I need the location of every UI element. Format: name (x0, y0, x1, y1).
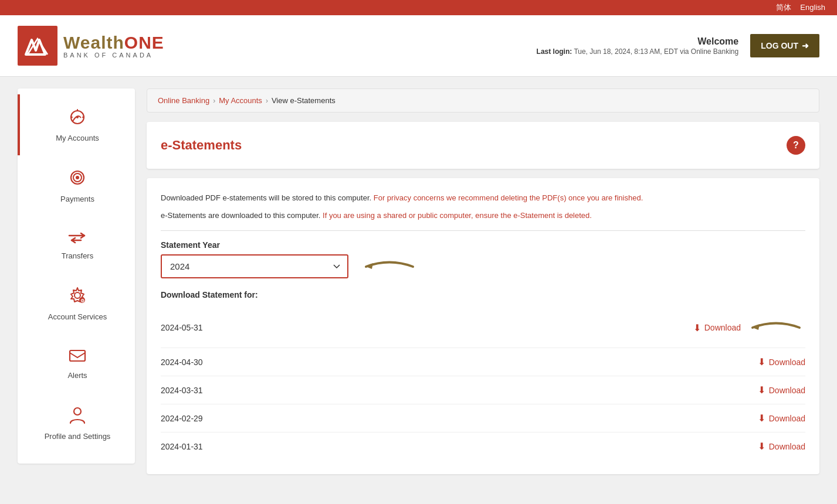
info-text-2-highlight: If you are using a shared or public comp… (323, 211, 592, 220)
last-login: Last login: Tue, Jun 18, 2024, 8:13 AM, … (537, 47, 739, 56)
download-icon-3: ⬇ (758, 413, 765, 424)
year-select-wrapper: 2024 2023 2022 2021 (161, 254, 805, 278)
logo-icon (18, 26, 57, 66)
logo-brand: WealthONE (63, 33, 164, 53)
download-button-0[interactable]: ⬇ Download (693, 322, 741, 333)
page-header: WealthONE BANK OF CANADA Welcome Last lo… (0, 15, 837, 77)
welcome-text: Welcome Last login: Tue, Jun 18, 2024, 8… (537, 36, 739, 56)
download-button-2[interactable]: ⬇ Download (758, 384, 805, 396)
sidebar-item-alerts-label: Alerts (67, 371, 87, 380)
arrow-annotation-year (360, 255, 419, 278)
download-section-label: Download Statement for: (161, 290, 805, 299)
logo-wealth: Wealth (63, 33, 124, 52)
statement-date-0: 2024-05-31 (161, 323, 693, 332)
breadcrumb-sep-1: › (213, 97, 215, 105)
download-button-1[interactable]: ⬇ Download (758, 356, 805, 367)
download-label-1: Download (769, 357, 805, 367)
sidebar-item-account-services-label: Account Services (48, 312, 107, 321)
statements-card: Downloaded PDF e-statements will be stor… (147, 178, 819, 474)
sidebar-item-account-services[interactable]: ⚙ Account Services (18, 273, 135, 334)
transfers-icon (68, 229, 87, 248)
logo-area: WealthONE BANK OF CANADA (18, 26, 164, 66)
arrow-annotation-download (747, 316, 805, 339)
statement-row-1: 2024-04-30 ⬇ Download (161, 348, 805, 376)
profile-settings-icon (69, 406, 86, 428)
svg-point-2 (76, 116, 79, 118)
logo-sub: BANK OF CANADA (63, 52, 164, 59)
info-text-2: e-Statements are downloaded to this comp… (161, 210, 805, 222)
page-title: e-Statements (161, 138, 242, 153)
welcome-label: Welcome (537, 36, 739, 47)
download-button-3[interactable]: ⬇ Download (758, 413, 805, 424)
logo-one: ONE (124, 33, 164, 52)
sidebar-item-payments-label: Payments (60, 195, 94, 203)
content-area: Online Banking › My Accounts › View e-St… (147, 88, 819, 483)
statement-row-0: 2024-05-31 ⬇ Download (161, 308, 805, 348)
alerts-icon (68, 347, 87, 367)
download-button-4[interactable]: ⬇ Download (758, 441, 805, 452)
svg-point-10 (74, 408, 81, 415)
download-icon-2: ⬇ (758, 384, 765, 396)
sidebar-item-payments[interactable]: Payments (18, 155, 135, 216)
download-label-2: Download (769, 386, 805, 395)
breadcrumb-current: View e-Statements (272, 96, 336, 105)
statement-year-label: Statement Year (161, 240, 805, 250)
header-right: Welcome Last login: Tue, Jun 18, 2024, 8… (537, 34, 819, 57)
language-bar: 简体 English (0, 0, 837, 15)
my-accounts-icon (68, 107, 87, 130)
statement-date-3: 2024-02-29 (161, 414, 758, 423)
english-lang-link[interactable]: English (800, 3, 825, 12)
chinese-lang-link[interactable]: 简体 (776, 3, 791, 12)
svg-point-5 (76, 176, 79, 179)
logout-button[interactable]: LOG OUT ➜ (750, 34, 819, 57)
sidebar-item-profile-settings[interactable]: Profile and Settings (18, 393, 135, 454)
breadcrumb: Online Banking › My Accounts › View e-St… (147, 88, 819, 113)
sidebar-item-my-accounts-label: My Accounts (56, 134, 99, 142)
logo-text: WealthONE BANK OF CANADA (63, 33, 164, 59)
download-icon-1: ⬇ (758, 356, 765, 367)
sidebar-item-transfers-label: Transfers (62, 251, 93, 260)
breadcrumb-sep-2: › (266, 97, 268, 105)
svg-point-6 (74, 292, 80, 298)
year-select[interactable]: 2024 2023 2022 2021 (161, 254, 348, 278)
download-label-0: Download (704, 323, 741, 332)
statement-date-1: 2024-04-30 (161, 357, 758, 367)
last-login-value: Tue, Jun 18, 2024, 8:13 AM, EDT via Onli… (574, 47, 738, 56)
logout-label: LOG OUT (761, 41, 798, 50)
sidebar-item-my-accounts[interactable]: My Accounts (18, 94, 135, 155)
download-icon-4: ⬇ (758, 441, 765, 452)
svg-text:⚙: ⚙ (80, 298, 84, 304)
download-arrow-wrapper-0: ⬇ Download (693, 316, 805, 339)
breadcrumb-online-banking[interactable]: Online Banking (158, 96, 209, 105)
statement-row-2: 2024-03-31 ⬇ Download (161, 376, 805, 404)
statement-row-3: 2024-02-29 ⬇ Download (161, 404, 805, 433)
help-button[interactable]: ? (787, 136, 805, 155)
info-text-1: Downloaded PDF e-statements will be stor… (161, 192, 805, 204)
sidebar-item-transfers[interactable]: Transfers (18, 216, 135, 273)
sidebar-item-alerts[interactable]: Alerts (18, 334, 135, 393)
sidebar-item-profile-settings-label: Profile and Settings (45, 432, 111, 441)
logout-icon: ➜ (802, 41, 809, 50)
download-label-4: Download (769, 442, 805, 451)
svg-rect-9 (70, 350, 85, 361)
main-layout: My Accounts Payments Transfe (0, 77, 837, 495)
sidebar: My Accounts Payments Transfe (18, 88, 135, 464)
statement-date-4: 2024-01-31 (161, 442, 758, 451)
payments-icon (68, 168, 87, 191)
title-card: e-Statements ? (147, 122, 819, 169)
download-label-3: Download (769, 414, 805, 423)
info-text-1-highlight: For privacy concerns we recommend deleti… (374, 193, 643, 202)
last-login-label: Last login: (537, 47, 572, 56)
breadcrumb-my-accounts[interactable]: My Accounts (219, 96, 262, 105)
download-icon-0: ⬇ (693, 322, 701, 333)
statement-row-4: 2024-01-31 ⬇ Download (161, 433, 805, 460)
estates-header: e-Statements ? (161, 136, 805, 155)
statement-date-2: 2024-03-31 (161, 386, 758, 395)
account-services-icon: ⚙ (68, 286, 87, 309)
divider (161, 230, 805, 231)
